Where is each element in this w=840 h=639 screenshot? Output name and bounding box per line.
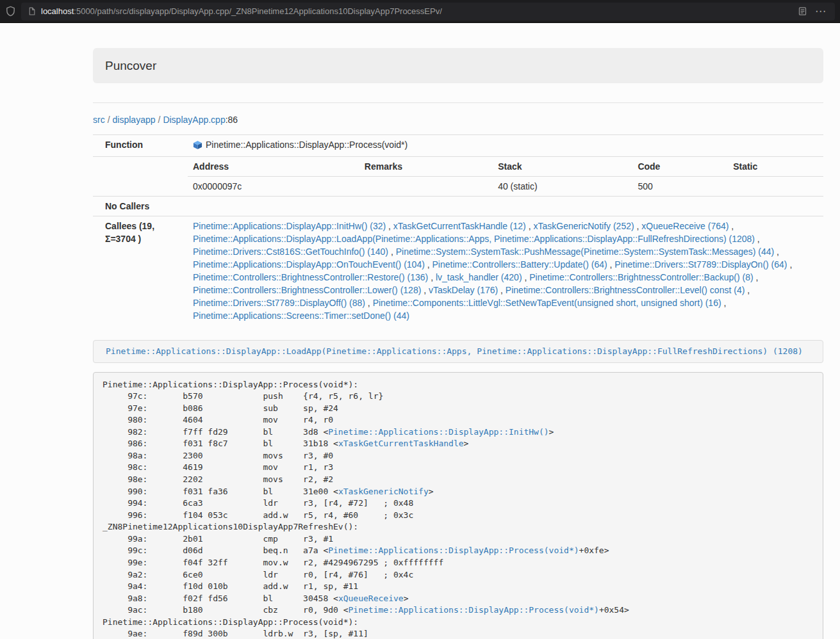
- col-header-code: Code: [632, 157, 728, 177]
- code-symbol-link[interactable]: xTaskGetCurrentTaskHandle: [338, 439, 464, 448]
- callee-link[interactable]: Pinetime::Applications::DisplayApp::OnTo…: [193, 259, 425, 270]
- page-icon: [28, 6, 36, 16]
- reader-view-icon[interactable]: [798, 6, 807, 16]
- callee-link[interactable]: Pinetime::System::SystemTask::PushMessag…: [396, 247, 775, 257]
- divider: [93, 102, 823, 103]
- code-symbol-link[interactable]: Pinetime::Applications::DisplayApp::Proc…: [328, 546, 579, 555]
- code-symbol-link[interactable]: xQueueReceive: [338, 594, 404, 603]
- metrics-cell: Address Remarks Stack Code Static 0x0000…: [188, 157, 823, 197]
- browser-chrome: localhost:5000/path/src/displayapp/Displ…: [0, 0, 840, 23]
- symbol-heading: Pinetime::Applications::DisplayApp::Load…: [93, 340, 823, 363]
- callee-link[interactable]: Pinetime::Components::LittleVgl::SetNewT…: [373, 298, 721, 308]
- url-host: localhost: [41, 6, 74, 16]
- code-symbol-link[interactable]: xTaskGenericNotify: [338, 487, 429, 496]
- static-value: [728, 177, 823, 197]
- symbol-heading-link[interactable]: Pinetime::Applications::DisplayApp::Load…: [106, 346, 803, 356]
- col-header-address: Address: [188, 157, 359, 177]
- address-value: 0x0000097c: [188, 177, 359, 197]
- callee-link[interactable]: Pinetime::Controllers::BrightnessControl…: [193, 272, 428, 282]
- url-path: :5000/path/src/displayapp/DisplayApp.cpp…: [74, 6, 442, 16]
- function-type-icon: [193, 140, 202, 153]
- callee-link[interactable]: Pinetime::Applications::DisplayApp::Load…: [193, 234, 755, 244]
- jumbotron: Puncover: [93, 48, 823, 83]
- no-callers-cell: [188, 197, 823, 216]
- url-bar[interactable]: localhost:5000/path/src/displayapp/Displ…: [21, 3, 835, 20]
- breadcrumb-separator: /: [156, 115, 163, 125]
- code-symbol-link[interactable]: Pinetime::Applications::DisplayApp::Init…: [328, 427, 548, 437]
- callee-link[interactable]: lv_task_handler (420): [436, 272, 522, 282]
- breadcrumb-separator: /: [105, 115, 113, 125]
- function-row-label: Function: [93, 135, 188, 157]
- stack-value: 40 (static): [493, 177, 632, 197]
- callee-link[interactable]: vTaskDelay (176): [429, 285, 498, 295]
- callee-link[interactable]: Pinetime::Applications::Screens::Timer::…: [193, 311, 409, 321]
- callee-link[interactable]: Pinetime::Controllers::BrightnessControl…: [529, 272, 753, 282]
- code-symbol-link[interactable]: Pinetime::Applications::DisplayApp::Proc…: [349, 605, 599, 615]
- callee-link[interactable]: xQueueReceive (764): [641, 221, 729, 231]
- callees-cell: Pinetime::Applications::DisplayApp::Init…: [188, 216, 823, 326]
- main-content: Puncover src/displayapp/DisplayApp.cpp:8…: [93, 48, 823, 639]
- page-actions-menu-icon[interactable]: ⋯: [812, 6, 828, 17]
- metrics-row-spacer: [93, 157, 188, 197]
- col-header-static: Static: [728, 157, 823, 177]
- breadcrumb-displayapp[interactable]: displayapp: [113, 115, 156, 125]
- col-header-stack: Stack: [493, 157, 632, 177]
- callee-link[interactable]: xTaskGetCurrentTaskHandle (12): [393, 221, 526, 231]
- no-callers-row: No Callers: [93, 197, 823, 216]
- callees-row: Callees (19, Σ=3704 ) Pinetime::Applicat…: [93, 216, 823, 326]
- callee-link[interactable]: Pinetime::Drivers::Cst816S::GetTouchInfo…: [193, 247, 388, 257]
- disassembly-code: Pinetime::Applications::DisplayApp::Proc…: [93, 372, 823, 639]
- metrics-value-row: 0x0000097c 40 (static) 500: [188, 177, 823, 197]
- metrics-row: Address Remarks Stack Code Static 0x0000…: [93, 157, 823, 197]
- callee-link[interactable]: Pinetime::Drivers::St7789::DisplayOn() (…: [614, 259, 787, 270]
- url-text: localhost:5000/path/src/displayapp/Displ…: [41, 6, 442, 16]
- function-name-cell: Pinetime::Applications::DisplayApp::Proc…: [188, 135, 823, 157]
- callees-label: Callees (19, Σ=3704 ): [93, 216, 188, 326]
- breadcrumb: src/displayapp/DisplayApp.cpp:86: [93, 113, 823, 126]
- breadcrumb-file[interactable]: DisplayApp.cpp: [163, 115, 225, 125]
- code-value: 500: [632, 177, 728, 197]
- callee-link[interactable]: Pinetime::Controllers::Battery::Update()…: [432, 259, 607, 270]
- callee-link[interactable]: Pinetime::Drivers::St7789::DisplayOff() …: [193, 298, 365, 308]
- callee-link[interactable]: Pinetime::Controllers::BrightnessControl…: [506, 285, 745, 295]
- col-header-remarks: Remarks: [359, 157, 493, 177]
- remarks-value: [359, 177, 493, 197]
- metrics-table: Address Remarks Stack Code Static 0x0000…: [188, 157, 823, 196]
- callee-link[interactable]: Pinetime::Applications::DisplayApp::Init…: [193, 221, 386, 231]
- function-symbol-name: Pinetime::Applications::DisplayApp::Proc…: [206, 140, 408, 150]
- callee-link[interactable]: xTaskGenericNotify (252): [533, 221, 634, 231]
- breadcrumb-line-number: :86: [226, 115, 238, 125]
- page-title: Puncover: [105, 59, 811, 72]
- callee-link[interactable]: Pinetime::Controllers::BrightnessControl…: [193, 285, 421, 295]
- function-table: Function Pinetime::Applications::Display…: [93, 134, 823, 325]
- no-callers-label: No Callers: [93, 197, 188, 216]
- metrics-header-row: Address Remarks Stack Code Static: [188, 157, 823, 177]
- breadcrumb-src[interactable]: src: [93, 115, 105, 125]
- shield-icon[interactable]: [5, 5, 16, 17]
- function-row: Function Pinetime::Applications::Display…: [93, 135, 823, 157]
